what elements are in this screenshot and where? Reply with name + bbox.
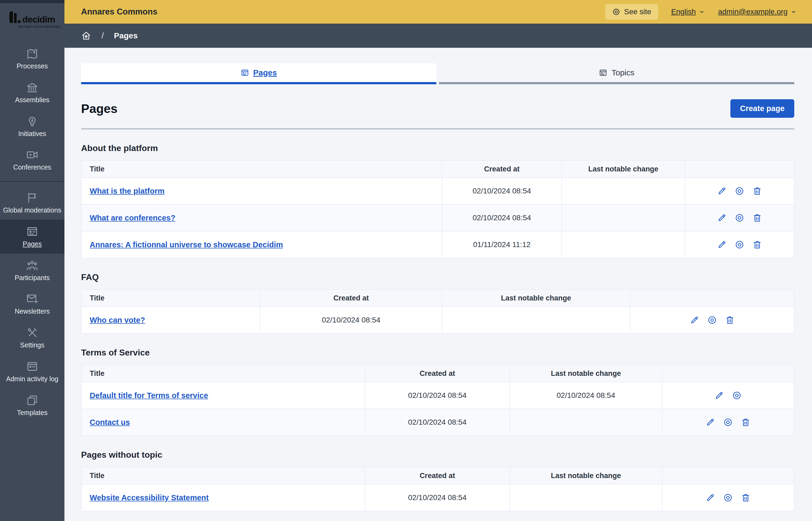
actions-cell (630, 307, 794, 334)
bank-icon (26, 81, 38, 94)
page-title-link[interactable]: Website Accessibility Statement (90, 493, 209, 502)
sidebar-item-templates[interactable]: Templates (0, 388, 64, 422)
preview-icon-button[interactable] (707, 315, 717, 325)
chevron-down-icon (790, 8, 797, 15)
sidebar-item-label: Initiatives (18, 130, 46, 138)
sidebar-item-conferences[interactable]: Conferences (0, 143, 64, 177)
tab-label: Pages (253, 68, 277, 77)
column-header: Title (81, 290, 260, 307)
page-title-link[interactable]: What are conferences? (90, 213, 175, 222)
page-title-link[interactable]: What is the platform (90, 187, 165, 195)
sidebar-item-processes[interactable]: Processes (0, 42, 64, 76)
sidebar-item-label: Templates (17, 409, 47, 417)
last-change-cell (562, 231, 685, 258)
preview-icon-button[interactable] (723, 493, 733, 502)
page-title-link[interactable]: Who can vote? (90, 316, 145, 324)
language-menu[interactable]: English (671, 7, 705, 16)
last-change-cell (510, 484, 662, 511)
sidebar-item-label: Pages (23, 240, 42, 248)
organization-name: Annares Commons (81, 7, 157, 17)
tools-icon (26, 326, 38, 339)
sidebar-item-assemblies[interactable]: Assemblies (0, 76, 64, 110)
sidebar-item-admin-activity-log[interactable]: Admin activity log (0, 355, 64, 388)
title-cell: Website Accessibility Statement (81, 484, 365, 511)
preview-icon-button[interactable] (735, 240, 744, 249)
column-header: Created at (442, 160, 562, 178)
edit-icon-button[interactable] (705, 417, 715, 427)
page-title-link[interactable]: Default title for Terms of service (90, 391, 208, 400)
column-header: Last notable change (510, 365, 662, 382)
preview-icon-button[interactable] (735, 213, 744, 223)
column-header: Title (81, 467, 365, 484)
page-title-link[interactable]: Annares: A fictionnal universe to showca… (90, 241, 283, 249)
column-header-actions (662, 467, 794, 484)
window-icon (26, 360, 38, 372)
preview-icon-button[interactable] (723, 417, 733, 427)
delete-icon-button[interactable] (725, 315, 735, 325)
sidebar-item-participants[interactable]: Participants (0, 253, 64, 287)
sidebar-divider (0, 181, 64, 182)
edit-icon-button[interactable] (705, 493, 715, 502)
table-row: Default title for Terms of service02/10/… (81, 382, 794, 409)
sidebar-item-newsletters[interactable]: Newsletters (0, 287, 64, 321)
table-row: Annares: A fictionnal universe to showca… (81, 231, 794, 258)
team-icon (26, 259, 38, 272)
decidim-logo-glyph-bar (14, 13, 17, 23)
sidebar-item-label: Assemblies (15, 96, 49, 104)
see-site-label: See site (624, 7, 651, 16)
last-change-cell (562, 204, 685, 231)
edit-icon-button[interactable] (717, 240, 727, 249)
see-site-button[interactable]: See site (605, 4, 658, 20)
delete-icon-button[interactable] (752, 186, 762, 196)
section-heading: About the platform (81, 143, 794, 153)
edit-icon-button[interactable] (717, 213, 727, 223)
delete-icon-button[interactable] (752, 213, 762, 223)
table-row: Website Accessibility Statement02/10/202… (81, 484, 794, 511)
column-header: Last notable change (510, 467, 662, 484)
user-menu[interactable]: admin@example.org (718, 7, 797, 16)
page-header: Pages Create page (81, 99, 794, 118)
column-header: Last notable change (562, 160, 685, 178)
edit-icon-button[interactable] (689, 315, 699, 325)
delete-icon-button[interactable] (741, 493, 750, 502)
created-at-cell: 02/10/2024 08:54 (365, 382, 510, 409)
actions-cell (662, 409, 794, 436)
sidebar-item-label: Newsletters (15, 308, 50, 315)
sidebar-item-label: Admin activity log (6, 375, 59, 383)
section-heading: FAQ (81, 272, 794, 282)
table-row: Who can vote?02/10/2024 08:54 (81, 307, 794, 334)
sidebar-item-settings[interactable]: Settings (0, 321, 64, 355)
decidim-logo[interactable]: decidim free open-source democracy (0, 3, 64, 35)
user-email-label: admin@example.org (718, 7, 788, 16)
delete-icon-button[interactable] (752, 240, 762, 249)
actions-cell (662, 484, 794, 511)
home-icon[interactable] (81, 30, 91, 41)
column-header: Title (81, 365, 365, 382)
column-header: Last notable change (442, 290, 630, 307)
page-title: Pages (81, 101, 117, 116)
tab-pages[interactable]: Pages (81, 63, 436, 84)
last-change-cell (442, 307, 630, 334)
pages-table: TitleCreated atLast notable changeWebsit… (81, 467, 794, 511)
preview-icon-button[interactable] (735, 186, 744, 196)
create-page-button[interactable]: Create page (730, 99, 794, 118)
column-header-actions (630, 290, 794, 307)
title-cell: Annares: A fictionnal universe to showca… (81, 231, 442, 258)
pages-table: TitleCreated atLast notable changeWhat i… (81, 160, 794, 258)
sidebar-item-pages[interactable]: Pages (0, 220, 64, 253)
column-header-actions (685, 160, 794, 178)
sidebar-item-initiatives[interactable]: Initiatives (0, 110, 64, 143)
edit-icon-button[interactable] (717, 186, 727, 196)
tab-topics[interactable]: Topics (439, 63, 794, 84)
page-title-link[interactable]: Contact us (90, 418, 130, 427)
preview-icon-button[interactable] (732, 391, 742, 400)
sidebar-item-global-moderations[interactable]: Global moderations (0, 186, 64, 220)
last-change-cell (562, 178, 685, 204)
column-header-actions (662, 365, 794, 382)
actions-cell (685, 231, 794, 258)
decidim-tagline: free open-source democracy (18, 25, 61, 28)
column-header: Created at (260, 290, 442, 307)
delete-icon-button[interactable] (741, 417, 750, 427)
created-at-cell: 02/10/2024 08:54 (442, 178, 562, 204)
edit-icon-button[interactable] (714, 391, 724, 400)
